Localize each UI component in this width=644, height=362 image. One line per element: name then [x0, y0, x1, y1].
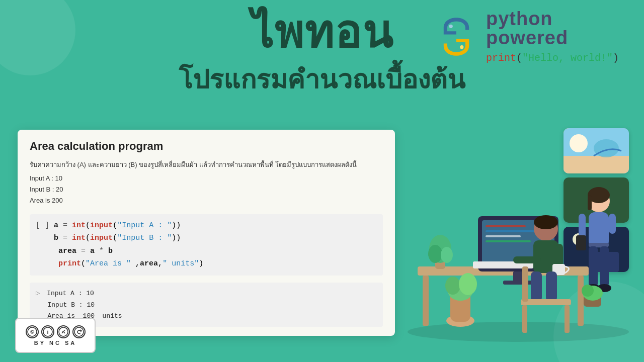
mul: *	[99, 247, 108, 255]
eq: =	[63, 221, 72, 230]
svg-rect-23	[486, 225, 526, 227]
svg-text:i: i	[47, 329, 48, 335]
svg-rect-53	[565, 305, 570, 333]
bracket: [ ]	[36, 221, 49, 230]
func-print: print	[58, 259, 81, 268]
cc-icons-row: © i	[26, 325, 86, 338]
svg-rect-38	[609, 214, 616, 234]
svg-rect-16	[423, 276, 429, 326]
code-block: [ ] a = int(input("Input A : ")) b = int…	[30, 214, 383, 276]
svg-rect-49	[531, 272, 542, 302]
svg-rect-51	[521, 299, 571, 305]
code-line-2: b = int(input("Input B : "))	[36, 232, 377, 245]
string-b: "Input B : "	[117, 234, 172, 242]
svg-point-29	[428, 245, 442, 263]
io-line-2: Input B : 20	[30, 184, 383, 195]
cc-person-icon: i	[43, 327, 53, 337]
cc-sa-icon	[72, 325, 86, 338]
python-text-block: python powered print("Hello, world!")	[486, 9, 619, 64]
svg-rect-50	[546, 272, 557, 302]
svg-point-44	[534, 215, 558, 229]
svg-point-1	[460, 45, 463, 49]
svg-rect-33	[588, 195, 592, 210]
svg-rect-26	[486, 240, 531, 242]
panel-title: Area calculation program	[30, 140, 383, 153]
func-input: input	[90, 221, 113, 230]
cc-share-icon	[74, 327, 84, 337]
svg-point-0	[449, 24, 453, 28]
var-a2: a	[90, 247, 99, 255]
eq2: =	[63, 234, 72, 242]
python-word: python	[486, 9, 553, 28]
svg-rect-39	[589, 246, 598, 287]
svg-rect-52	[522, 305, 527, 333]
svg-text:©: ©	[30, 329, 34, 335]
cc-icon: ©	[26, 325, 39, 338]
svg-point-69	[74, 327, 84, 336]
svg-point-62	[582, 285, 594, 297]
svg-rect-20	[513, 272, 523, 282]
output-content: Input A : 10 Input B : 10 Area is 100 un…	[36, 290, 122, 320]
svg-point-58	[445, 277, 460, 295]
cc-nc-icon	[57, 325, 70, 338]
func-int2: int	[72, 234, 86, 242]
hw-paren: (	[516, 52, 522, 64]
io-line-1: Input A : 10	[30, 173, 383, 184]
hw-string: "Hello, world!"	[522, 52, 613, 64]
var-b: b	[54, 234, 63, 242]
code-line-1: [ ] a = int(input("Input A : "))	[36, 219, 377, 232]
output-icon: ▷	[36, 289, 40, 297]
hello-world-line: print("Hello, world!")	[486, 52, 619, 64]
io-line-3: Area is 200	[30, 195, 383, 206]
panel-description: รับค่าความกว้าง (A) และความยาว (B) ของรู…	[30, 160, 383, 170]
hw-print: print	[486, 52, 516, 64]
powered-word: powered	[486, 28, 568, 47]
func-int: int	[72, 221, 86, 230]
string-a: "Input A : "	[117, 221, 172, 230]
eq3: =	[81, 247, 90, 255]
cc-badge: © i BY NC SA	[15, 318, 96, 353]
svg-rect-54	[522, 266, 528, 302]
python-logo-area: python powered print("Hello, world!")	[434, 9, 619, 64]
svg-point-30	[441, 247, 453, 263]
func-input2: input	[90, 234, 113, 242]
svg-rect-24	[486, 230, 536, 232]
svg-rect-17	[578, 276, 584, 326]
cc-by-icon: i	[41, 325, 54, 338]
svg-point-4	[570, 134, 588, 152]
svg-rect-35	[589, 243, 609, 247]
svg-rect-46	[513, 256, 541, 263]
var-area2: area	[140, 259, 158, 268]
desk-scene	[367, 151, 644, 342]
cc-dollar-icon	[58, 327, 68, 337]
code-panel: Area calculation program รับค่าความกว้าง…	[18, 130, 395, 336]
string-units: " units"	[163, 259, 199, 268]
svg-rect-21	[503, 281, 533, 285]
var-area: area	[58, 247, 81, 255]
svg-point-59	[459, 273, 477, 295]
svg-rect-36	[579, 214, 586, 239]
panel-io: Input A : 10 Input B : 20 Area is 200	[30, 173, 383, 206]
code-line-3: area = a * b	[36, 245, 377, 258]
hw-paren2: )	[613, 52, 619, 64]
svg-marker-70	[80, 329, 82, 332]
svg-rect-34	[589, 212, 609, 247]
svg-point-14	[408, 322, 629, 342]
string-area: "Area is "	[86, 259, 131, 268]
svg-rect-47	[556, 244, 563, 266]
svg-rect-37	[576, 235, 586, 250]
svg-rect-25	[486, 235, 521, 237]
svg-rect-40	[600, 246, 609, 287]
var-a: a	[54, 221, 63, 230]
subtitle: โปรแกรมคำนวณเบื้องต้น	[0, 58, 644, 100]
cc-text: BY NC SA	[34, 340, 76, 346]
cc-circle-c-icon: ©	[27, 327, 37, 337]
code-line-4: print("Area is " ,area," units")	[36, 257, 377, 270]
python-snake-icon	[434, 14, 479, 59]
desk-scene-svg	[367, 151, 644, 342]
var-b2: b	[108, 247, 113, 255]
